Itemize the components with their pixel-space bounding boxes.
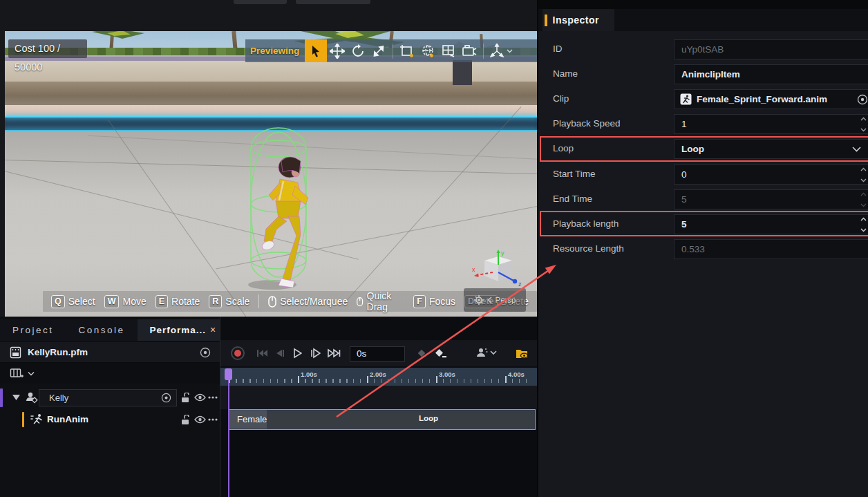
grid-snap-button[interactable]: [438, 39, 459, 62]
tick-label: 4.00s: [508, 371, 525, 378]
start-time-field[interactable]: 0: [674, 165, 868, 185]
step-down-icon[interactable]: [860, 178, 867, 182]
hint-scale: R Scale: [209, 295, 249, 308]
step-up-icon[interactable]: [860, 167, 867, 171]
left-gutter: [0, 31, 5, 317]
viewport-toolbar: Previewing: [245, 39, 537, 62]
track-name-runanim: RunAnim: [47, 414, 88, 424]
mouse-icon: [268, 296, 276, 308]
playhead-handle[interactable]: [225, 368, 232, 380]
skip-to-start-button[interactable]: [256, 348, 268, 359]
performance-file-row[interactable]: KellyRun.pfm: [0, 342, 220, 363]
annotation-box-playback-length: [540, 211, 868, 236]
visibility-eye-icon[interactable]: [194, 393, 206, 402]
keyframe-diamond-icon[interactable]: [417, 348, 426, 358]
tab-label: Inspector: [553, 15, 600, 26]
animation-clip-bar[interactable]: Female Loop: [229, 409, 536, 430]
move-tool-button[interactable]: [327, 39, 348, 62]
globe-pivot-button[interactable]: [417, 39, 438, 62]
scene-viewport[interactable]: Cost 100 / 50000 Previewing: [5, 31, 537, 317]
hint-quick-drag: Quick Drag: [357, 290, 404, 312]
inspector-row-end-time: End Time 5: [538, 189, 868, 210]
field-label: Start Time: [553, 169, 596, 179]
caret-down-icon[interactable]: [12, 395, 20, 400]
current-time-field[interactable]: 0s: [350, 346, 405, 362]
preview-visibility-icon[interactable]: [516, 347, 529, 359]
tab-performance[interactable]: Performa... ×: [138, 319, 229, 341]
inspector-row-name: Name AnimclipItem: [538, 64, 868, 85]
rotate-tool-button[interactable]: [348, 39, 368, 62]
play-button[interactable]: [293, 348, 302, 359]
close-tab-icon[interactable]: ×: [210, 319, 216, 341]
end-time-field: 5: [674, 189, 868, 209]
remove-keyframe-icon[interactable]: [435, 348, 447, 358]
step-down-icon: [860, 203, 867, 207]
chevron-down-icon: [507, 49, 513, 53]
clip-name-segment[interactable]: Female: [229, 410, 267, 429]
chevron-down-icon[interactable]: [28, 371, 35, 376]
annotation-box-loop: [540, 136, 868, 162]
target-icon[interactable]: [161, 393, 171, 403]
clip-asset-field[interactable]: Female_Sprint_Forward.anim: [674, 89, 868, 109]
top-strip: [0, 0, 537, 31]
inspector-row-start-time: Start Time 0: [538, 165, 868, 185]
rect-transform-tool-button[interactable]: [397, 39, 417, 62]
select-tool-button[interactable]: [305, 39, 327, 62]
timeline-ruler[interactable]: 1.00s 2.00s 3.00s 4.00s: [220, 368, 538, 386]
record-button[interactable]: [231, 346, 245, 360]
key-badge: Q: [51, 295, 65, 308]
unlock-icon[interactable]: [180, 415, 190, 425]
orientation-gizmo[interactable]: y x z: [472, 250, 525, 290]
field-value: uYp0tSAB: [681, 44, 724, 55]
camera-button[interactable]: [459, 39, 480, 62]
tab-project[interactable]: Project: [0, 319, 66, 341]
tab-console[interactable]: Console: [66, 319, 138, 341]
gizmo-z-label: z: [518, 281, 522, 288]
more-options-icon[interactable]: [208, 396, 218, 399]
character-kelly[interactable]: [240, 113, 320, 294]
previewing-label: Previewing: [245, 46, 305, 56]
key-badge: W: [104, 295, 120, 308]
scale-tool-button[interactable]: [368, 39, 389, 62]
name-field[interactable]: AnimclipItem: [674, 64, 868, 84]
gear-icon: [473, 294, 484, 306]
unlock-icon[interactable]: [180, 393, 190, 403]
step-up-icon: [860, 192, 867, 196]
toolbar-separator: [393, 44, 393, 59]
inspector-row-playback-speed: Playback Speed 1: [538, 114, 868, 135]
top-stub-button-1[interactable]: [234, 0, 287, 4]
key-badge: F: [413, 295, 426, 308]
track-row-kelly[interactable]: Kelly: [0, 388, 220, 407]
panel-tab-bar: Project Console Performa... ×: [0, 319, 220, 341]
hint-focus: F Focus: [413, 295, 455, 308]
step-back-button[interactable]: [276, 348, 285, 359]
step-up-icon[interactable]: [860, 117, 867, 121]
projection-mode-chip[interactable]: Persp: [464, 288, 526, 312]
major-tick: [436, 376, 437, 383]
actor-filter-dropdown[interactable]: [475, 347, 497, 359]
target-icon[interactable]: [857, 94, 868, 105]
track-name-field[interactable]: Kelly: [39, 389, 177, 406]
top-stub-button-2[interactable]: [296, 0, 370, 4]
tick-label: 3.00s: [439, 371, 455, 378]
step-forward-button[interactable]: [310, 348, 321, 359]
target-icon[interactable]: [200, 347, 211, 358]
more-options-icon[interactable]: [208, 418, 218, 421]
visibility-eye-icon[interactable]: [194, 415, 206, 424]
hint-label: Move: [122, 296, 146, 307]
track-row-runanim[interactable]: RunAnim: [0, 411, 220, 429]
field-label: End Time: [553, 194, 592, 204]
add-track-icon[interactable]: [10, 368, 23, 379]
skip-to-end-button[interactable]: [328, 348, 341, 359]
hint-label: Select: [68, 296, 95, 307]
hint-label: Quick Drag: [367, 290, 405, 312]
playback-speed-field[interactable]: 1: [674, 114, 868, 134]
step-down-icon[interactable]: [860, 128, 867, 132]
hint-label: Focus: [429, 296, 455, 307]
number-stepper[interactable]: [859, 117, 867, 132]
transform-space-dropdown[interactable]: [487, 39, 515, 62]
projection-mode-label: Persp: [495, 296, 516, 304]
number-stepper[interactable]: [859, 167, 867, 182]
id-field: uYp0tSAB: [674, 39, 868, 59]
tab-inspector[interactable]: Inspector: [542, 9, 614, 31]
